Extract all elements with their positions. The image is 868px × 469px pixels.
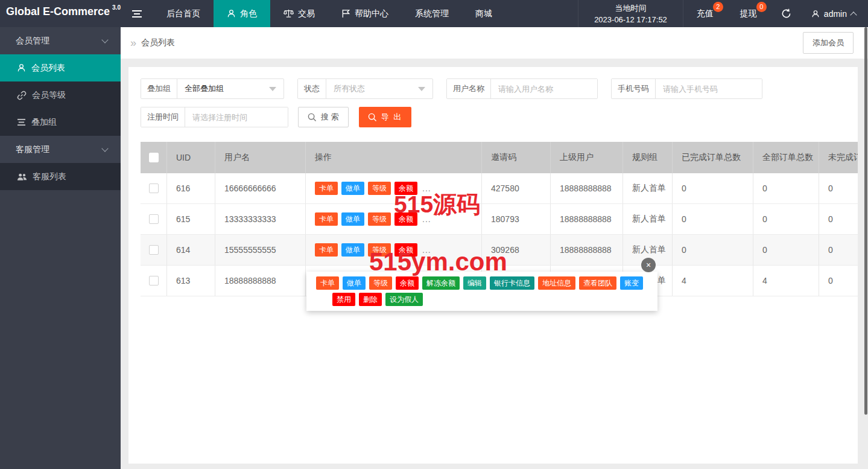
cell-uid: 614: [167, 235, 215, 266]
nav-item-roles[interactable]: 角色: [214, 0, 270, 27]
cell-actions: 卡单 做单 等级 余额 ...: [306, 204, 482, 235]
action-balance-button[interactable]: 余额: [394, 182, 417, 195]
row-checkbox[interactable]: [149, 245, 159, 255]
action-balance-button[interactable]: 余额: [394, 212, 417, 226]
scrollbar-thumb[interactable]: [864, 27, 867, 415]
topbar-right: 当地时间 2023-06-12 17:17:52 充值 2 提现 0 adm: [578, 0, 868, 27]
stack-group-select[interactable]: 全部叠加组: [177, 79, 284, 98]
cell-invite-code: 427580: [482, 173, 551, 204]
action-edit-button[interactable]: 编辑: [463, 276, 486, 290]
cell-rule-group: 新人首单: [623, 173, 673, 204]
cell-total: 0: [753, 235, 819, 266]
filter-row-1: 叠加组 全部叠加组 状态 所有状态 用户名称 手机号码: [141, 78, 858, 99]
refresh-icon: [781, 8, 791, 19]
topbar: Global E-Commerce 3.0 后台首页 角色 交易: [0, 0, 868, 27]
sidebar-subgroup: 会员列表 会员等级 叠加组: [0, 54, 121, 136]
sidebar-group-member-mgmt[interactable]: 会员管理: [0, 27, 121, 54]
phone-input[interactable]: [656, 79, 762, 98]
action-view-team-button[interactable]: 查看团队: [579, 276, 616, 290]
more-actions-link[interactable]: ...: [422, 183, 431, 193]
status-select[interactable]: 所有状态: [326, 79, 432, 98]
action-card-order-button[interactable]: 卡单: [315, 243, 338, 257]
nav-item-trade[interactable]: 交易: [270, 0, 328, 27]
header-username: 用户名: [215, 142, 306, 173]
username-input[interactable]: [491, 79, 597, 98]
row-checkbox[interactable]: [149, 276, 159, 286]
action-level-button[interactable]: 等级: [368, 212, 391, 226]
action-balance-button[interactable]: 余额: [396, 276, 419, 290]
app-logo: Global E-Commerce 3.0: [0, 0, 121, 27]
withdraw-badge: 0: [756, 2, 767, 12]
local-time-value: 2023-06-12 17:17:52: [594, 14, 667, 25]
action-do-order-button[interactable]: 做单: [341, 182, 364, 195]
action-do-order-button[interactable]: 做单: [341, 212, 364, 226]
action-address-info-button[interactable]: 地址信息: [538, 276, 575, 290]
cell-rule-group: 新人首单: [623, 204, 673, 235]
action-card-order-button[interactable]: 卡单: [315, 212, 338, 226]
action-bank-card-info-button[interactable]: 银行卡信息: [490, 276, 534, 290]
header-actions: 操作: [306, 142, 482, 173]
action-do-order-button[interactable]: 做单: [343, 276, 366, 290]
nav-item-system[interactable]: 系统管理: [402, 0, 462, 27]
sidebar-item-member-list[interactable]: 会员列表: [0, 54, 121, 81]
close-icon[interactable]: ×: [641, 258, 656, 272]
select-all-checkbox[interactable]: [149, 153, 159, 162]
row-actions-popup: × 卡单 做单 等级 余额 解冻余额 编辑 银行卡信息 地址信息 查看团队 账变…: [306, 272, 657, 311]
action-delete-button[interactable]: 删除: [359, 293, 382, 306]
cell-uid: 615: [167, 204, 215, 235]
action-unfreeze-balance-button[interactable]: 解冻余额: [422, 276, 460, 290]
row-checkbox[interactable]: [149, 183, 159, 193]
cell-total: 0: [753, 173, 819, 204]
action-level-button[interactable]: 等级: [368, 243, 391, 257]
recharge-button[interactable]: 充值 2: [683, 0, 727, 27]
more-actions-link[interactable]: ...: [422, 245, 431, 255]
action-card-order-button[interactable]: 卡单: [316, 276, 339, 290]
cell-uncompleted: 0: [819, 204, 858, 235]
action-account-change-button[interactable]: 账变: [620, 276, 643, 290]
header-total-orders: 全部订单总数: [753, 142, 819, 173]
filter-reg-time: 注册时间: [141, 107, 288, 127]
cell-uncompleted: 0: [819, 173, 858, 204]
search-button[interactable]: 搜 索: [298, 107, 349, 127]
cell-uid: 613: [167, 266, 215, 296]
action-do-order-button[interactable]: 做单: [341, 243, 364, 257]
export-button[interactable]: 导 出: [359, 107, 412, 127]
sidebar-group-service-mgmt[interactable]: 客服管理: [0, 136, 121, 163]
list-icon: [17, 118, 26, 126]
sidebar-item-service-list[interactable]: 客服列表: [0, 163, 121, 190]
sidebar: 会员管理 会员列表 会员等级 叠加组: [0, 27, 121, 469]
filter-row-2: 注册时间 搜 索 导 出: [141, 107, 858, 127]
chevron-up-icon: [850, 11, 857, 18]
action-disable-button[interactable]: 禁用: [332, 293, 355, 306]
action-card-order-button[interactable]: 卡单: [315, 182, 338, 195]
collapse-sidebar-button[interactable]: [121, 0, 153, 27]
refresh-button[interactable]: [770, 0, 803, 27]
cell-parent-user: 18888888888: [551, 204, 623, 235]
nav-item-help[interactable]: 帮助中心: [328, 0, 402, 27]
cell-actions: 卡单 做单 等级 余额 ...: [306, 173, 482, 204]
action-balance-button[interactable]: 余额: [394, 243, 417, 257]
row-checkbox[interactable]: [149, 214, 159, 224]
withdraw-button[interactable]: 提现 0: [727, 0, 770, 27]
action-level-button[interactable]: 等级: [369, 276, 392, 290]
breadcrumb: » 会员列表: [130, 37, 175, 48]
more-actions-link[interactable]: ...: [422, 214, 431, 224]
link-icon: [17, 91, 27, 100]
chevron-down-icon: [101, 36, 108, 43]
sidebar-item-member-level[interactable]: 会员等级: [0, 81, 121, 109]
sidebar-item-stack-group[interactable]: 叠加组: [0, 109, 121, 136]
add-member-button[interactable]: 添加会员: [803, 32, 854, 54]
header-parent-user: 上级用户: [551, 142, 623, 173]
admin-menu[interactable]: admin: [803, 0, 868, 27]
reg-time-input[interactable]: [185, 107, 288, 127]
table-header-row: UID 用户名 操作 邀请码 上级用户 规则组 已完成订单总数 全部订单总数 未…: [141, 142, 858, 173]
header-invite-code: 邀请码: [482, 142, 551, 173]
action-set-fake-user-button[interactable]: 设为假人: [385, 293, 423, 306]
nav-item-mall[interactable]: 商城: [462, 0, 505, 27]
person-icon: [227, 9, 236, 18]
cell-parent-user: 18888888888: [551, 173, 623, 204]
nav-item-home[interactable]: 后台首页: [153, 0, 214, 27]
filter-status: 状态 所有状态: [297, 78, 433, 99]
action-level-button[interactable]: 等级: [368, 182, 391, 195]
caret-down-icon: [418, 87, 425, 91]
